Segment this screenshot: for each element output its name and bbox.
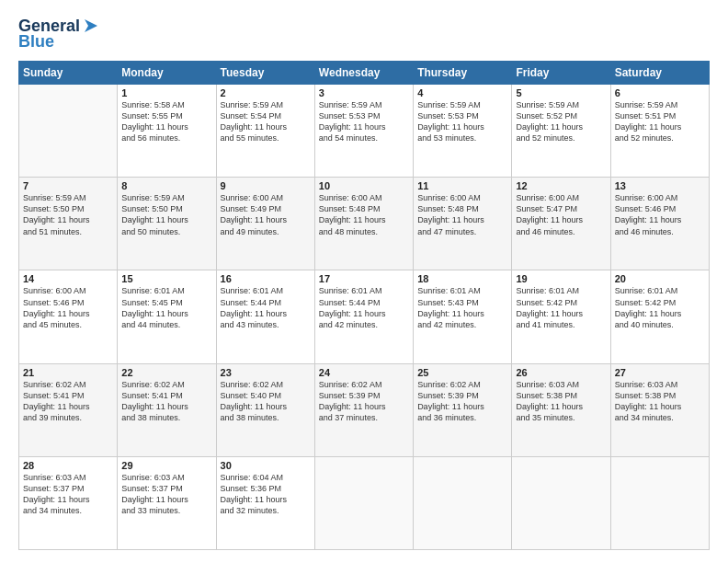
day-info: Sunrise: 5:59 AMSunset: 5:51 PMDaylight:… [615, 99, 705, 144]
day-number: 26 [516, 367, 606, 378]
logo-blue: Blue [18, 32, 54, 52]
calendar-cell: 26Sunrise: 6:03 AMSunset: 5:38 PMDayligh… [512, 363, 610, 456]
calendar-header: SundayMondayTuesdayWednesdayThursdayFrid… [19, 62, 710, 85]
day-number: 28 [23, 460, 113, 471]
day-info: Sunrise: 6:01 AMSunset: 5:45 PMDaylight:… [121, 285, 211, 330]
day-number: 2 [221, 87, 311, 98]
day-info: Sunrise: 5:59 AMSunset: 5:50 PMDaylight:… [121, 192, 211, 237]
calendar-cell [314, 456, 413, 549]
day-info: Sunrise: 6:00 AMSunset: 5:46 PMDaylight:… [615, 192, 705, 237]
day-info: Sunrise: 6:03 AMSunset: 5:38 PMDaylight:… [516, 379, 606, 424]
calendar-cell: 29Sunrise: 6:03 AMSunset: 5:37 PMDayligh… [118, 456, 216, 549]
day-number: 20 [615, 273, 705, 284]
header-cell-thursday: Thursday [414, 62, 512, 85]
day-number: 18 [417, 273, 507, 284]
header-cell-monday: Monday [118, 62, 216, 85]
day-info: Sunrise: 6:02 AMSunset: 5:39 PMDaylight:… [319, 379, 409, 424]
day-info: Sunrise: 5:58 AMSunset: 5:55 PMDaylight:… [121, 99, 211, 144]
week-row-2: 7Sunrise: 5:59 AMSunset: 5:50 PMDaylight… [19, 178, 710, 270]
header-cell-friday: Friday [512, 62, 610, 85]
calendar-cell: 10Sunrise: 6:00 AMSunset: 5:48 PMDayligh… [314, 178, 413, 270]
day-number: 5 [516, 87, 606, 98]
calendar-cell [19, 85, 118, 178]
day-number: 15 [121, 273, 211, 284]
calendar-cell: 18Sunrise: 6:01 AMSunset: 5:43 PMDayligh… [414, 270, 512, 363]
day-info: Sunrise: 6:01 AMSunset: 5:42 PMDaylight:… [615, 285, 705, 330]
day-number: 7 [23, 180, 113, 191]
calendar-cell [414, 456, 512, 549]
calendar-cell: 14Sunrise: 6:00 AMSunset: 5:46 PMDayligh… [19, 270, 118, 363]
day-info: Sunrise: 6:02 AMSunset: 5:41 PMDaylight:… [23, 379, 113, 424]
day-info: Sunrise: 5:59 AMSunset: 5:53 PMDaylight:… [417, 99, 507, 144]
calendar-cell: 7Sunrise: 5:59 AMSunset: 5:50 PMDaylight… [19, 178, 118, 270]
day-info: Sunrise: 6:01 AMSunset: 5:44 PMDaylight:… [221, 285, 311, 330]
svg-marker-0 [85, 19, 97, 32]
day-info: Sunrise: 5:59 AMSunset: 5:52 PMDaylight:… [516, 99, 606, 144]
calendar-cell: 16Sunrise: 6:01 AMSunset: 5:44 PMDayligh… [216, 270, 314, 363]
day-info: Sunrise: 6:00 AMSunset: 5:46 PMDaylight:… [23, 285, 113, 330]
calendar-cell: 23Sunrise: 6:02 AMSunset: 5:40 PMDayligh… [216, 363, 314, 456]
calendar-cell: 5Sunrise: 5:59 AMSunset: 5:52 PMDaylight… [512, 85, 610, 178]
calendar-cell: 19Sunrise: 6:01 AMSunset: 5:42 PMDayligh… [512, 270, 610, 363]
day-info: Sunrise: 6:02 AMSunset: 5:41 PMDaylight:… [121, 379, 211, 424]
day-number: 6 [615, 87, 705, 98]
day-info: Sunrise: 6:03 AMSunset: 5:37 PMDaylight:… [121, 472, 211, 517]
header: General Blue [18, 17, 710, 52]
day-number: 9 [221, 180, 311, 191]
day-info: Sunrise: 5:59 AMSunset: 5:53 PMDaylight:… [319, 99, 409, 144]
day-info: Sunrise: 6:00 AMSunset: 5:48 PMDaylight:… [319, 192, 409, 237]
day-number: 22 [121, 367, 211, 378]
day-number: 12 [516, 180, 606, 191]
calendar-cell: 1Sunrise: 5:58 AMSunset: 5:55 PMDaylight… [118, 85, 216, 178]
day-number: 24 [319, 367, 409, 378]
day-info: Sunrise: 6:00 AMSunset: 5:48 PMDaylight:… [417, 192, 507, 237]
day-number: 17 [319, 273, 409, 284]
header-cell-wednesday: Wednesday [314, 62, 413, 85]
day-info: Sunrise: 6:01 AMSunset: 5:42 PMDaylight:… [516, 285, 606, 330]
day-info: Sunrise: 6:00 AMSunset: 5:49 PMDaylight:… [221, 192, 311, 237]
header-cell-saturday: Saturday [610, 62, 709, 85]
day-number: 11 [417, 180, 507, 191]
day-number: 29 [121, 460, 211, 471]
calendar-cell: 12Sunrise: 6:00 AMSunset: 5:47 PMDayligh… [512, 178, 610, 270]
logo: General Blue [18, 17, 101, 52]
day-number: 16 [221, 273, 311, 284]
header-cell-sunday: Sunday [19, 62, 118, 85]
calendar-cell: 2Sunrise: 5:59 AMSunset: 5:54 PMDaylight… [216, 85, 314, 178]
calendar-cell: 6Sunrise: 5:59 AMSunset: 5:51 PMDaylight… [610, 85, 709, 178]
calendar-cell: 3Sunrise: 5:59 AMSunset: 5:53 PMDaylight… [314, 85, 413, 178]
calendar-cell: 4Sunrise: 5:59 AMSunset: 5:53 PMDaylight… [414, 85, 512, 178]
calendar-cell: 28Sunrise: 6:03 AMSunset: 5:37 PMDayligh… [19, 456, 118, 549]
calendar-cell: 13Sunrise: 6:00 AMSunset: 5:46 PMDayligh… [610, 178, 709, 270]
calendar-cell [512, 456, 610, 549]
calendar-cell [610, 456, 709, 549]
day-info: Sunrise: 6:02 AMSunset: 5:39 PMDaylight:… [417, 379, 507, 424]
day-number: 14 [23, 273, 113, 284]
calendar-table: SundayMondayTuesdayWednesdayThursdayFrid… [18, 61, 710, 550]
week-row-1: 1Sunrise: 5:58 AMSunset: 5:55 PMDaylight… [19, 85, 710, 178]
calendar-cell: 30Sunrise: 6:04 AMSunset: 5:36 PMDayligh… [216, 456, 314, 549]
day-info: Sunrise: 6:04 AMSunset: 5:36 PMDaylight:… [221, 472, 311, 517]
day-number: 10 [319, 180, 409, 191]
calendar-cell: 11Sunrise: 6:00 AMSunset: 5:48 PMDayligh… [414, 178, 512, 270]
day-number: 8 [121, 180, 211, 191]
day-number: 21 [23, 367, 113, 378]
calendar-cell: 9Sunrise: 6:00 AMSunset: 5:49 PMDaylight… [216, 178, 314, 270]
calendar-cell: 27Sunrise: 6:03 AMSunset: 5:38 PMDayligh… [610, 363, 709, 456]
calendar-cell: 20Sunrise: 6:01 AMSunset: 5:42 PMDayligh… [610, 270, 709, 363]
logo-arrow-icon [81, 16, 101, 36]
day-number: 30 [221, 460, 311, 471]
day-number: 1 [121, 87, 211, 98]
day-number: 3 [319, 87, 409, 98]
calendar-cell: 15Sunrise: 6:01 AMSunset: 5:45 PMDayligh… [118, 270, 216, 363]
week-row-3: 14Sunrise: 6:00 AMSunset: 5:46 PMDayligh… [19, 270, 710, 363]
calendar-body: 1Sunrise: 5:58 AMSunset: 5:55 PMDaylight… [19, 85, 710, 550]
day-number: 19 [516, 273, 606, 284]
day-info: Sunrise: 6:03 AMSunset: 5:37 PMDaylight:… [23, 472, 113, 517]
page: General Blue SundayMondayTuesdayWednesda… [0, 0, 728, 563]
day-number: 13 [615, 180, 705, 191]
week-row-5: 28Sunrise: 6:03 AMSunset: 5:37 PMDayligh… [19, 456, 710, 549]
calendar-cell: 17Sunrise: 6:01 AMSunset: 5:44 PMDayligh… [314, 270, 413, 363]
day-number: 25 [417, 367, 507, 378]
day-info: Sunrise: 6:03 AMSunset: 5:38 PMDaylight:… [615, 379, 705, 424]
